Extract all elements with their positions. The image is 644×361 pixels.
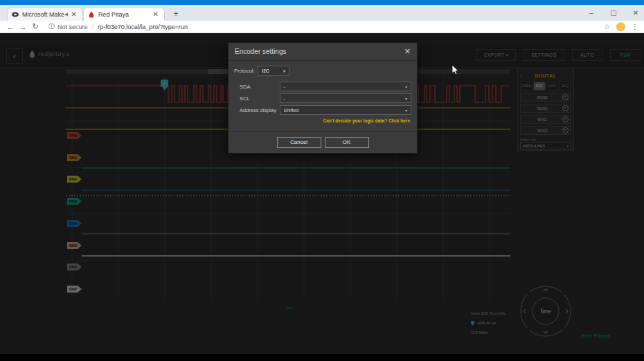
- tab-close-icon[interactable]: ✕: [70, 10, 78, 18]
- window-controls: – ▢ ✕: [587, 5, 640, 20]
- tab-title: Red Pitaya: [98, 11, 152, 18]
- logic-analyzer-app: ‹ redpitaya EXPORT ▾SETTINGSAUTORUN DIN0…: [0, 33, 644, 354]
- protocol-label: Protocol:: [234, 68, 258, 74]
- tab-strip: Microsoft MakeCode for mi ✕ Red Pitaya ✕…: [0, 5, 644, 21]
- redpitaya-favicon-icon: [88, 11, 95, 18]
- chevron-down-icon: ▾: [283, 68, 285, 73]
- tab-makecode[interactable]: Microsoft MakeCode for mi ✕: [7, 7, 83, 21]
- cancel-button[interactable]: Cancel: [277, 137, 321, 148]
- address-bar[interactable]: rp-f03e70.local/la_pro/?type=run: [98, 24, 188, 30]
- profile-avatar[interactable]: [616, 22, 625, 31]
- protocol-value: I2C: [262, 68, 269, 73]
- scl-label: SCL: [234, 95, 280, 102]
- chevron-down-icon: ▾: [405, 96, 407, 101]
- decode-help-link[interactable]: Can't decode your logic data? Click here: [234, 118, 411, 123]
- address-display-select[interactable]: Shifted ▾: [280, 105, 411, 115]
- url-separator: |: [92, 23, 94, 30]
- address-display-label: Address display: [234, 107, 280, 113]
- browser-toolbar: ← → ↻ ⓘ Not secure | rp-f03e70.local/la_…: [0, 21, 644, 33]
- encoder-settings-dialog: Encoder settings ✕ Protocol: I2C ▾ SDA -…: [228, 42, 418, 154]
- security-label: Not secure: [57, 24, 88, 30]
- tab-redpitaya[interactable]: Red Pitaya ✕: [83, 7, 165, 21]
- reload-icon[interactable]: ↻: [29, 22, 42, 31]
- tab-close-icon[interactable]: ✕: [152, 10, 160, 18]
- chevron-down-icon: ▾: [405, 108, 407, 113]
- address-display-value: Shifted: [284, 108, 299, 113]
- protocol-select[interactable]: I2C ▾: [258, 66, 289, 76]
- minimize-icon[interactable]: –: [587, 9, 596, 17]
- scl-value: -: [284, 96, 285, 101]
- ok-button[interactable]: OK: [325, 137, 369, 148]
- window-accent-bar: [0, 0, 644, 5]
- makecode-favicon-icon: [12, 11, 19, 18]
- bookmark-star-icon[interactable]: ☆: [604, 23, 610, 30]
- sda-value: -: [284, 84, 285, 89]
- tab-title: Microsoft MakeCode for mi: [22, 11, 64, 18]
- new-tab-button[interactable]: +: [170, 9, 181, 20]
- chevron-down-icon: ▾: [405, 84, 407, 89]
- site-info-icon[interactable]: ⓘ: [48, 22, 55, 31]
- dialog-title: Encoder settings: [235, 48, 287, 55]
- menu-dots-icon[interactable]: ⋮: [632, 23, 638, 30]
- screen: Microsoft MakeCode for mi ✕ Red Pitaya ✕…: [0, 0, 644, 361]
- restore-icon[interactable]: ▢: [609, 9, 618, 17]
- forward-icon[interactable]: →: [17, 23, 29, 31]
- sda-select[interactable]: - ▾: [280, 82, 411, 91]
- tab-audio-icon[interactable]: [64, 12, 70, 17]
- sda-label: SDA: [234, 84, 280, 90]
- back-icon[interactable]: ←: [4, 23, 17, 31]
- scl-select[interactable]: - ▾: [280, 93, 411, 103]
- letterbox-bar: [0, 354, 644, 361]
- dialog-close-icon[interactable]: ✕: [404, 47, 411, 56]
- close-icon[interactable]: ✕: [632, 9, 640, 17]
- mouse-cursor-icon: [451, 64, 460, 75]
